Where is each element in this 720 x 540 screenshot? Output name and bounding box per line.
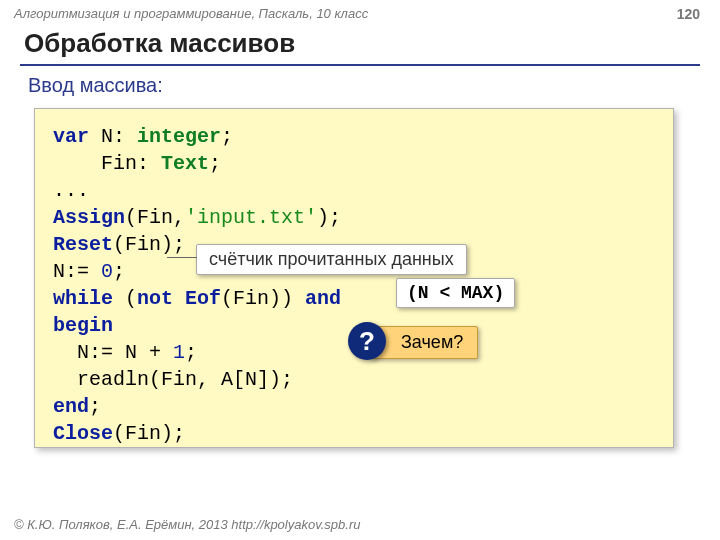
code-text: (Fin, xyxy=(125,206,185,229)
code-text: ( xyxy=(113,287,137,310)
code-text: (Fin); xyxy=(113,422,185,445)
question-icon: ? xyxy=(348,322,386,360)
string-literal: 'input.txt' xyxy=(185,206,317,229)
code-text: ; xyxy=(89,395,101,418)
callout-why: Зачем? xyxy=(370,326,478,359)
code-text: ... xyxy=(53,179,89,202)
type-integer: integer xyxy=(137,125,221,148)
code-text: N: xyxy=(89,125,137,148)
kw-begin: begin xyxy=(53,314,113,337)
code-text: N:= xyxy=(53,260,101,283)
code-text: ; xyxy=(185,341,197,364)
code-text: ; xyxy=(209,152,221,175)
footer: © К.Ю. Поляков, Е.А. Ерёмин, 2013 http:/… xyxy=(14,517,360,532)
kw-and: and xyxy=(305,287,341,310)
kw-var: var xyxy=(53,125,89,148)
type-text: Text xyxy=(161,152,209,175)
code-text: ; xyxy=(113,260,125,283)
title-rule xyxy=(20,64,700,66)
code-text xyxy=(173,287,185,310)
code-text: ); xyxy=(317,206,341,229)
subtitle: Ввод массива: xyxy=(28,74,163,97)
fn-eof: Eof xyxy=(185,287,221,310)
header-note: Алгоритмизация и программирование, Паска… xyxy=(14,6,368,21)
code-text: ; xyxy=(221,125,233,148)
num-literal: 0 xyxy=(101,260,113,283)
code-text: readln(Fin, A[N]); xyxy=(53,368,293,391)
page-number: 120 xyxy=(677,6,700,22)
code-text: (Fin)) xyxy=(221,287,305,310)
code-text: (Fin); xyxy=(113,233,185,256)
callout-condition: (N < MAX) xyxy=(396,278,515,308)
code-text: N:= N + xyxy=(53,341,173,364)
code-block: var N: integer; Fin: Text; ... Assign(Fi… xyxy=(34,108,674,448)
kw-while: while xyxy=(53,287,113,310)
fn-assign: Assign xyxy=(53,206,125,229)
kw-end: end xyxy=(53,395,89,418)
kw-not: not xyxy=(137,287,173,310)
fn-reset: Reset xyxy=(53,233,113,256)
code-text: Fin: xyxy=(53,152,161,175)
callout-counter: счётчик прочитанных данных xyxy=(196,244,467,275)
fn-close: Close xyxy=(53,422,113,445)
num-literal: 1 xyxy=(173,341,185,364)
page-title: Обработка массивов xyxy=(24,28,295,59)
